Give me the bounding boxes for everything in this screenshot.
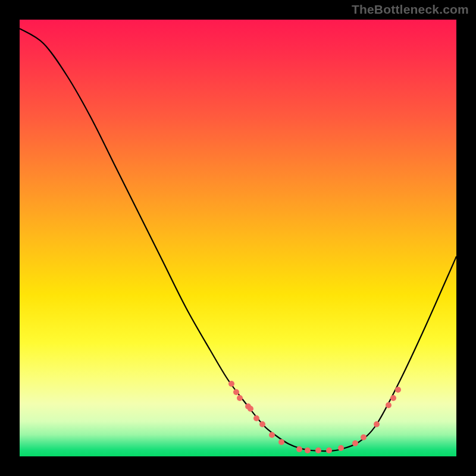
data-point: [305, 447, 311, 453]
data-point: [315, 447, 321, 453]
data-point: [278, 439, 284, 445]
data-point: [253, 415, 259, 421]
data-point: [269, 432, 275, 438]
curve-overlay: [20, 20, 456, 456]
data-point: [395, 387, 401, 393]
data-point: [259, 421, 265, 427]
data-point: [233, 389, 239, 395]
data-point: [390, 395, 396, 401]
data-point: [237, 395, 243, 401]
data-point: [228, 381, 234, 387]
data-point: [352, 440, 358, 446]
watermark-text: TheBottleneck.com: [352, 2, 469, 17]
data-point: [326, 447, 332, 453]
data-point: [374, 421, 380, 427]
data-point: [338, 445, 344, 451]
data-points: [228, 381, 401, 453]
data-point: [386, 402, 392, 408]
data-point: [248, 406, 253, 412]
bottleneck-curve: [20, 29, 456, 451]
chart-container: TheBottleneck.com: [0, 0, 476, 476]
data-point: [296, 446, 302, 452]
data-point: [361, 434, 367, 440]
plot-area: [20, 20, 456, 456]
